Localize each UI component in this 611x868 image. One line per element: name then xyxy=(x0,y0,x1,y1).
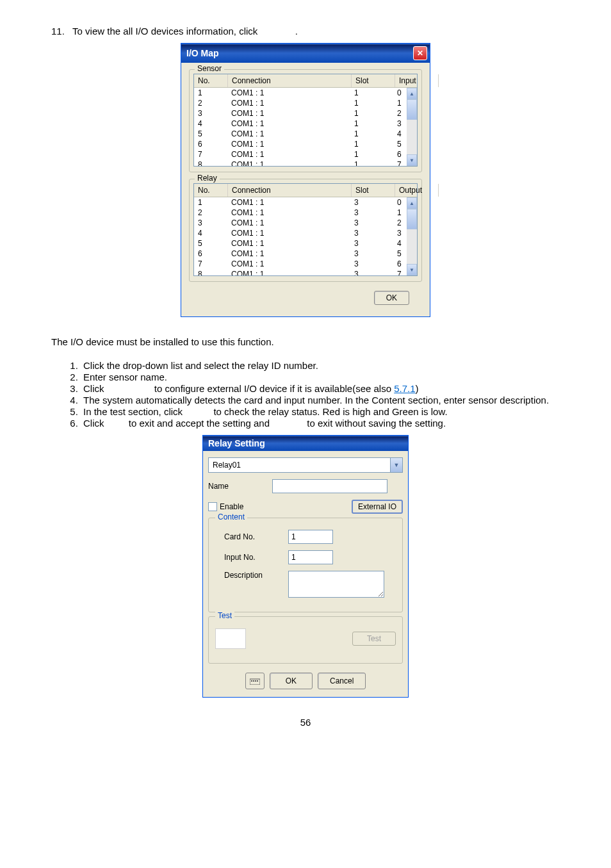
table-row[interactable]: 4COM1 : 133 xyxy=(194,228,417,238)
input-no-label: Input No. xyxy=(214,553,288,562)
relay-title: Relay Setting xyxy=(208,438,265,448)
table-row[interactable]: 8COM1 : 137 xyxy=(194,269,417,275)
description-label: Description xyxy=(214,571,288,580)
io-map-titlebar[interactable]: I/O Map ✕ xyxy=(181,44,430,63)
table-row[interactable]: 4COM1 : 113 xyxy=(194,119,417,129)
relay-setting-dialog: Relay Setting Relay01 ▼ Name Enable Exte… xyxy=(202,435,409,698)
svg-rect-4 xyxy=(257,680,258,682)
table-row[interactable]: 3COM1 : 112 xyxy=(194,108,417,119)
relay-ok-button[interactable]: OK xyxy=(270,673,313,689)
table-row[interactable]: 6COM1 : 115 xyxy=(194,139,417,149)
card-no-input[interactable] xyxy=(288,530,333,544)
sensor-group: Sensor No. Connection Slot Input 1COM1 :… xyxy=(189,69,422,172)
table-row[interactable]: 7COM1 : 136 xyxy=(194,259,417,269)
enable-label: Enable xyxy=(220,502,243,511)
name-label: Name xyxy=(206,482,272,491)
status-swatch xyxy=(215,628,246,649)
scroll-down-icon[interactable]: ▼ xyxy=(407,264,417,275)
scroll-up-icon[interactable]: ▲ xyxy=(407,88,417,99)
table-row[interactable]: 3COM1 : 132 xyxy=(194,218,417,228)
relay-list[interactable]: No. Connection Slot Output 1COM1 : 1302C… xyxy=(193,183,418,276)
step-11-num: 11. xyxy=(51,26,65,37)
table-row[interactable]: 2COM1 : 111 xyxy=(194,98,417,108)
svg-rect-1 xyxy=(251,680,252,682)
step-5: In the test section, click to check the … xyxy=(81,406,560,417)
table-row[interactable]: 2COM1 : 131 xyxy=(194,208,417,218)
step-3: Click to configure external I/O device i… xyxy=(81,383,560,394)
scroll-thumb[interactable] xyxy=(407,99,417,120)
io-map-title: I/O Map xyxy=(186,48,219,58)
relay-group: Relay No. Connection Slot Output 1COM1 :… xyxy=(189,179,422,282)
svg-rect-2 xyxy=(253,680,254,682)
relay-select[interactable]: Relay01 ▼ xyxy=(208,457,403,473)
scroll-up-icon[interactable]: ▲ xyxy=(407,197,417,209)
name-input[interactable] xyxy=(272,479,387,493)
step-2: Enter sensor name. xyxy=(81,372,560,382)
content-group: Content Card No. Input No. Description xyxy=(208,518,403,612)
relay-scrollbar[interactable]: ▲ ▼ xyxy=(407,197,417,275)
scroll-down-icon[interactable]: ▼ xyxy=(407,154,417,166)
checkbox-icon[interactable] xyxy=(208,502,217,511)
description-input[interactable] xyxy=(288,571,384,598)
input-no-input[interactable] xyxy=(288,550,333,564)
relay-select-value: Relay01 xyxy=(213,461,241,470)
external-io-button[interactable]: External IO xyxy=(352,500,403,514)
keyboard-icon-button[interactable] xyxy=(245,673,265,689)
step-1: Click the drop-down list and select the … xyxy=(81,360,560,371)
body-paragraph: The I/O device must be installed to use … xyxy=(51,336,560,347)
keyboard-icon xyxy=(250,677,260,685)
content-group-label: Content xyxy=(215,512,247,521)
test-group: Test Test xyxy=(208,616,403,664)
scroll-thumb[interactable] xyxy=(407,209,417,229)
test-button[interactable]: Test xyxy=(352,632,396,646)
io-map-ok-button[interactable]: OK xyxy=(374,291,409,305)
relay-list-header: No. Connection Slot Output xyxy=(194,184,417,197)
table-row[interactable]: 6COM1 : 135 xyxy=(194,249,417,259)
test-group-label: Test xyxy=(215,611,234,620)
table-row[interactable]: 5COM1 : 134 xyxy=(194,238,417,249)
sensor-list[interactable]: No. Connection Slot Input 1COM1 : 1102CO… xyxy=(193,74,418,167)
card-no-label: Card No. xyxy=(214,532,288,541)
step-4: The system automatically detects the car… xyxy=(81,395,560,405)
step-11: 11. To view the all I/O devices informat… xyxy=(51,26,560,37)
relay-titlebar[interactable]: Relay Setting xyxy=(203,436,408,451)
svg-rect-3 xyxy=(255,680,256,682)
table-row[interactable]: 1COM1 : 110 xyxy=(194,88,417,98)
chevron-down-icon[interactable]: ▼ xyxy=(390,458,402,472)
close-icon[interactable]: ✕ xyxy=(413,46,427,60)
step-11-text: To view the all I/O devices information,… xyxy=(72,26,257,37)
relay-group-label: Relay xyxy=(195,174,220,183)
sensor-scrollbar[interactable]: ▲ ▼ xyxy=(407,88,417,166)
step-11-trailing: . xyxy=(295,26,298,37)
enable-checkbox[interactable]: Enable xyxy=(208,502,243,512)
table-row[interactable]: 8COM1 : 117 xyxy=(194,160,417,166)
io-map-dialog: I/O Map ✕ Sensor No. Connection Slot Inp… xyxy=(181,43,430,317)
link-5-7-1[interactable]: 5.7.1 xyxy=(394,383,415,394)
relay-cancel-button[interactable]: Cancel xyxy=(318,673,366,689)
table-row[interactable]: 1COM1 : 130 xyxy=(194,197,417,208)
svg-rect-0 xyxy=(250,679,260,685)
table-row[interactable]: 7COM1 : 116 xyxy=(194,149,417,160)
table-row[interactable]: 5COM1 : 114 xyxy=(194,129,417,139)
sensor-group-label: Sensor xyxy=(195,64,224,73)
step-6: Click to exit and accept the setting and… xyxy=(81,418,560,429)
sensor-list-header: No. Connection Slot Input xyxy=(194,74,417,88)
page-number: 56 xyxy=(51,717,560,728)
